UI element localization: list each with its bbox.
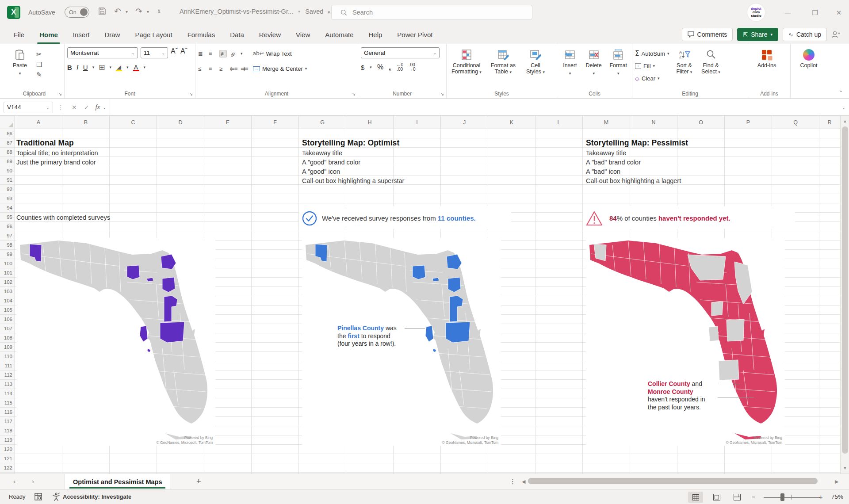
decrease-indent-icon[interactable]: ⇇≡ [230,65,237,72]
excel-app-icon[interactable]: X [7,6,20,19]
column-header-O[interactable]: O [677,116,725,129]
cancel-entry-icon[interactable]: ✕ [72,104,77,111]
row-header-112[interactable]: 112 [0,370,15,380]
clipboard-dialog-launcher[interactable]: ↘ [58,92,62,96]
zoom-out-icon[interactable]: − [752,493,756,500]
hscroll-left-icon[interactable]: ◀ [522,479,525,485]
fill-color-icon[interactable]: ◢ [116,64,122,71]
column-header-A[interactable]: A [15,116,62,129]
confirm-entry-icon[interactable]: ✓ [84,104,89,111]
comments-button[interactable]: Comments [682,28,733,41]
row-header-117[interactable]: 117 [0,417,15,426]
page-break-view-button[interactable] [730,492,745,503]
column-header-Q[interactable]: Q [772,116,819,129]
align-left-icon[interactable]: ≤ [198,65,206,72]
row-header-98[interactable]: 98 [0,241,15,250]
row-header-115[interactable]: 115 [0,398,15,408]
restore-button[interactable]: ❐ [809,7,821,19]
format-painter-icon[interactable]: ✎ [36,71,42,78]
pessimist-map-image[interactable]: Collier County and Monroe County haven't… [586,238,785,446]
scroll-down-icon[interactable]: ▼ [841,464,849,473]
scroll-up-icon[interactable]: ▲ [841,117,849,126]
borders-icon[interactable]: ⊞ [99,64,105,71]
row-header-99[interactable]: 99 [0,250,15,259]
shrink-font-icon[interactable]: Aˇ [180,47,187,58]
cut-icon[interactable]: ✂ [36,51,42,58]
orientation-icon[interactable]: ab [229,49,238,58]
ribbon-tab-home[interactable]: Home [32,25,65,44]
row-header-89[interactable]: 89 [0,157,15,166]
addins-button[interactable]: Add-ins [751,47,783,89]
row-header-111[interactable]: 111 [0,361,15,370]
minimize-button[interactable]: — [782,7,793,19]
row-header-105[interactable]: 105 [0,305,15,315]
decrease-decimal-icon[interactable]: .00→0 [409,63,416,72]
column-header-L[interactable]: L [535,116,583,129]
select-all-corner[interactable] [0,116,15,129]
name-box[interactable]: V144 ⌄ [4,102,53,113]
row-header-94[interactable]: 94 [0,203,15,213]
percent-style-icon[interactable]: % [377,63,383,71]
search-box[interactable]: Search [331,5,532,20]
catch-up-button[interactable]: ∿ Catch up [783,28,827,41]
row-header-101[interactable]: 101 [0,268,15,278]
redo-icon[interactable]: ↷ [135,6,142,16]
row-header-120[interactable]: 120 [0,445,15,454]
ribbon-tab-insert[interactable]: Insert [65,25,97,44]
number-format-combo[interactable]: General⌄ [361,47,440,58]
column-header-G[interactable]: G [299,116,346,129]
formula-bar-expand-icon[interactable]: ⌄ [842,105,845,110]
copy-icon[interactable]: ❏ [36,61,42,68]
undo-icon[interactable]: ↶ [114,6,121,16]
row-header-108[interactable]: 108 [0,333,15,343]
column-header-D[interactable]: D [157,116,204,129]
ribbon-tab-page-layout[interactable]: Page Layout [127,25,180,44]
zoom-slider-thumb[interactable] [780,493,784,501]
ribbon-tab-power-pivot[interactable]: Power Pivot [390,25,440,44]
row-header-109[interactable]: 109 [0,343,15,352]
underline-caret-icon[interactable]: ▾ [92,65,95,69]
grid-area[interactable]: Traditional Map Storytelling Map: Optimi… [15,129,840,473]
horizontal-scroll-thumb[interactable] [528,478,818,484]
autosum-button[interactable]: Σ AutoSum ▾ [635,48,669,59]
wrap-text-button[interactable]: ab↩ Wrap Text [253,50,292,57]
row-header-106[interactable]: 106 [0,315,15,324]
column-header-M[interactable]: M [583,116,630,129]
comma-style-icon[interactable]: , [389,62,391,72]
format-as-table-button[interactable]: Format asTable ▾ [487,47,519,89]
row-header-91[interactable]: 91 [0,176,15,185]
accessibility-icon[interactable] [52,493,60,501]
underline-button[interactable]: U [83,64,88,71]
format-cells-button[interactable]: Format ▾ [608,47,629,89]
bold-button[interactable]: B [67,64,72,71]
row-header-107[interactable]: 107 [0,324,15,333]
middle-align-icon[interactable]: ≡ [209,50,216,57]
optimist-map-image[interactable]: Pinellas County was the first to respond… [302,238,501,446]
ribbon-collapse-icon[interactable]: ⌃ [839,90,843,95]
sheetbar-more-icon[interactable]: ⋮ [509,477,516,485]
column-header-H[interactable]: H [346,116,394,129]
column-header-F[interactable]: F [252,116,299,129]
accounting-caret-icon[interactable]: ▾ [370,65,372,69]
row-header-88[interactable]: 88 [0,148,15,157]
quick-access-caret-icon[interactable]: ⊻ [157,9,161,14]
row-header-104[interactable]: 104 [0,296,15,305]
find-select-button[interactable]: Find &Select ▾ [700,47,723,89]
vertical-scrollbar[interactable]: ▲ ▼ [840,116,849,473]
row-header-119[interactable]: 119 [0,435,15,445]
row-header-114[interactable]: 114 [0,389,15,398]
font-color-caret-icon[interactable]: ▾ [144,65,146,69]
column-header-C[interactable]: C [110,116,157,129]
sheet-tab-active[interactable]: Optimist and Pessimist Maps [65,474,170,489]
zoom-level[interactable]: 75% [831,493,843,500]
accessibility-status[interactable]: Accessibility: Investigate [63,493,131,500]
page-layout-view-button[interactable] [709,492,724,503]
row-header-86[interactable]: 86 [0,129,15,138]
font-color-icon[interactable]: A [133,64,139,71]
ribbon-tab-file[interactable]: File [6,25,32,44]
alignment-dialog-launcher[interactable]: ↘ [352,92,356,96]
row-header-121[interactable]: 121 [0,454,15,463]
grow-font-icon[interactable]: Aˆ [171,47,178,58]
row-header-95[interactable]: 95 [0,213,15,222]
share-button[interactable]: ⇱ Share ▾ [737,28,778,41]
